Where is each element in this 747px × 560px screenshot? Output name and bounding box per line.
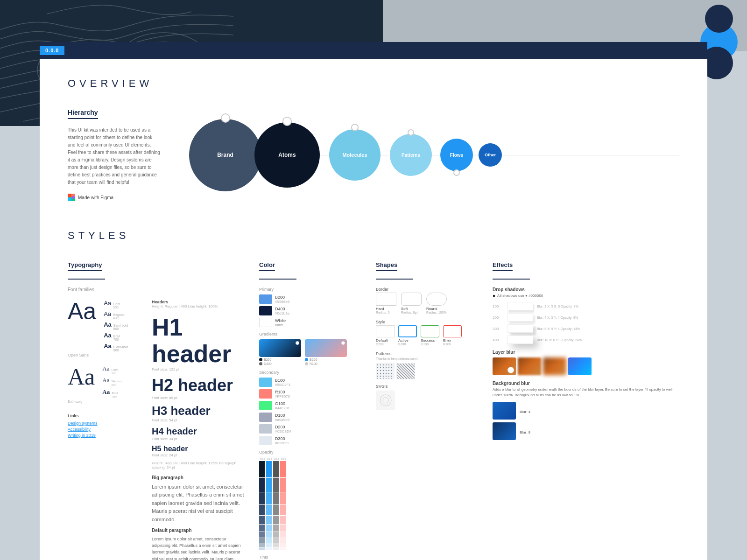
open-sans-display: Aa Aa Light300 Aa Regular400 (68, 300, 142, 352)
link-accessibility[interactable]: Accessibility (68, 427, 142, 432)
layer-blur-label: Layer blur (493, 350, 679, 355)
fonts-column: Aa Aa Light300 Aa Regular400 (68, 300, 142, 560)
gradient-1: B200 D400 (259, 339, 301, 365)
op-g-80 (273, 492, 279, 504)
border-round-label: Round (426, 307, 447, 311)
gradients-row: B200 D400 (259, 339, 362, 365)
style-default-label: Default (376, 338, 395, 343)
made-with-figma: Made with Figma (68, 194, 161, 201)
swatch-r100-name: R100 (275, 390, 290, 394)
deco-circle-1 (705, 5, 733, 33)
shadow-300-box (507, 324, 533, 333)
style-label: Style (376, 320, 479, 324)
swatch-r100-info: R100 #FF8076 (275, 390, 290, 399)
link-design-systems[interactable]: Design systems (68, 421, 142, 426)
op-b-100 (266, 461, 272, 477)
blur-thumb-4-wrap (568, 357, 592, 375)
default-paragraph-label: Default paragraph (152, 528, 245, 533)
drop-shadows-spec: ● All shadows use ● #000000 (493, 293, 679, 298)
overview-title: OVERVIEW (68, 77, 679, 90)
opacity-gray-col: 100 (273, 457, 279, 550)
opacity-gray-header: 100 (273, 457, 279, 461)
swatch-g100-code: #44F281 (275, 406, 290, 410)
open-sans-variants: Aa Light300 Aa Regular400 Aa (104, 300, 128, 352)
swatch-d300-info: D300 #e2e8f0 (275, 436, 289, 445)
style-success-sublabel: G100 (421, 343, 439, 346)
raleway-display: Aa Aa Light300 Aa Medium500 (68, 365, 142, 399)
drop-shadows-label: Drop shadows (493, 287, 679, 292)
raleway-medium-label: Medium500 (111, 379, 122, 387)
op-b-10 (266, 547, 272, 550)
open-sans-light-label: Light300 (113, 302, 120, 309)
typography-divider (68, 279, 105, 280)
op-b-30 (266, 538, 272, 543)
svg-box-1 (376, 391, 395, 409)
swatch-d400-name: D400 (275, 307, 289, 311)
border-round-box (426, 293, 447, 306)
h3-spec: Font size: 54 pt (152, 418, 245, 422)
swatch-d400-code: #0d1b3e (275, 311, 289, 315)
variant-semibold: Aa Semi-bold600 (104, 321, 128, 330)
bubble-molecules: Molecules (329, 129, 381, 181)
shadow-100-row: 100 Blur: 2 X: 5 S: 0 Opacity: 9% (493, 302, 679, 310)
open-sans-name: Open Sans (68, 353, 142, 357)
opacity-dark-col: 100 (259, 457, 265, 550)
bubble-patterns-label: Patterns (402, 153, 420, 158)
swatch-b100-info: B100 #5BC2F1 (275, 378, 291, 387)
op-d-20 (259, 543, 265, 547)
headers-column: Headers Height: Regular | 400 Line heigh… (152, 300, 245, 560)
bubbles-flex: Brand Atoms Molecules Patterns (189, 119, 502, 191)
op-b-20 (266, 543, 272, 547)
shadow-200-level: 200 (493, 315, 504, 320)
bg-blur-desc: Adds a blur to all geometry underneath t… (493, 387, 679, 398)
h1-header: H1 header (152, 314, 245, 367)
op-d-90 (259, 478, 265, 492)
shadow-400-row: 400 Blur: 10 X: 0 Y: 8 Opacity: 24% (493, 336, 679, 344)
open-sans-light-sample: Aa (104, 300, 111, 307)
h5-spec: Font size: 24 pt (152, 453, 245, 457)
swatch-b200-color (259, 294, 272, 304)
op-d-100 (259, 461, 265, 477)
grad-label-mid: D400 (264, 362, 272, 365)
svg-rect-6 (68, 197, 71, 201)
op-r-70 (280, 505, 286, 515)
grad2-label-b: B200 (310, 358, 317, 361)
opacity-red-col: 100 (280, 457, 286, 550)
op-g-10 (273, 547, 279, 550)
patterns-note: Thanks to heropatterns.com ! (376, 357, 479, 360)
figma-icon (68, 194, 75, 201)
shadow-400-box (507, 336, 533, 344)
open-sans-regular-label: Regular400 (113, 313, 125, 320)
link-writing[interactable]: Writing in 2019 (68, 433, 142, 438)
bubble-brand-dot (221, 113, 230, 123)
swatch-white-info: White #ffffff (275, 318, 286, 327)
op-b-70 (266, 505, 272, 515)
pattern-diagonal (396, 363, 415, 379)
border-round-sublabel: Radius: 100% (426, 311, 447, 314)
style-default-sublabel: D200 (376, 343, 395, 346)
pattern-dots (376, 363, 395, 379)
big-paragraph-label: Big paragraph (152, 475, 245, 480)
grad-label-dark: B200 (264, 358, 271, 361)
shadow-300-row: 300 Blur: 6 X: 5 Y: 4 Opacity: 14% (493, 324, 679, 333)
bg-blur-examples: Blur: 4 (493, 402, 679, 420)
opacity-bars: 100 (259, 457, 362, 550)
raleway-name: Raleway (68, 399, 142, 404)
hierarchy-section: Hierarchy This UI kit was intended to be… (68, 108, 679, 202)
hierarchy-left: Hierarchy This UI kit was intended to be… (68, 108, 161, 202)
bg-blur-8-label: Blur: 8 (520, 430, 530, 434)
border-examples: Hard Radius: 0 Soft Radius: 8pt Round Ra… (376, 293, 479, 314)
hierarchy-label: Hierarchy (68, 109, 98, 119)
bubble-patterns-dot (408, 129, 414, 136)
op-d-60 (259, 516, 265, 524)
variant-regular: Aa Regular400 (104, 310, 128, 320)
shadow-300-level: 300 (493, 327, 504, 331)
raleway-block: Aa Aa Light300 Aa Medium500 (68, 365, 142, 404)
h2-header: H2 header (152, 375, 245, 395)
swatch-b100: B100 #5BC2F1 (259, 378, 362, 387)
swatch-b200-code: #5598e8 (275, 300, 289, 304)
svgs-boxes (376, 391, 479, 409)
hierarchy-right: Brand Atoms Molecules Patterns (189, 108, 679, 202)
border-hard-label: Hard (376, 307, 396, 311)
h5-header: H5 header (152, 445, 245, 453)
